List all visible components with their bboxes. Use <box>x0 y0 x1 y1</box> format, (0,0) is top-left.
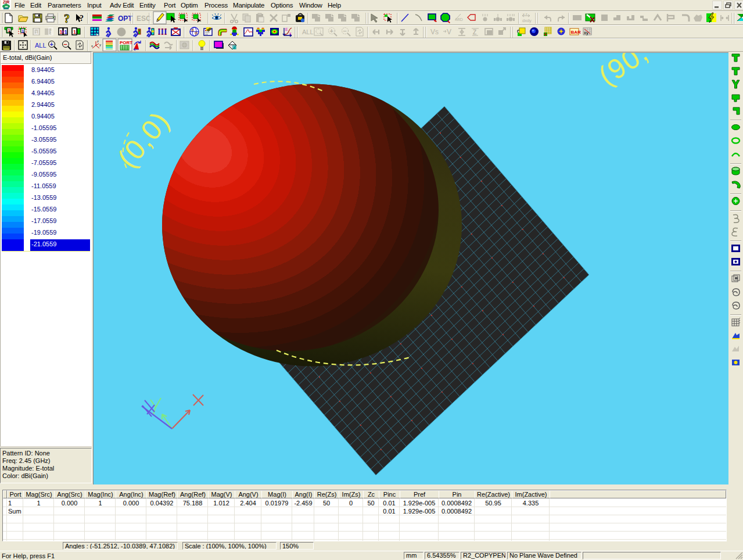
svg-text:xy: xy <box>584 30 588 35</box>
svg-text:ALL: ALL <box>35 42 46 49</box>
svg-text:–: – <box>64 41 67 48</box>
svg-text:E: E <box>285 27 288 31</box>
svg-text:y: y <box>99 43 101 46</box>
svg-text:?: ? <box>64 12 70 25</box>
svg-text:ALL: ALL <box>302 28 314 35</box>
svg-text:BAR: BAR <box>571 30 582 35</box>
svg-text:dxdy: dxdy <box>522 18 532 23</box>
svg-text:+: + <box>62 29 64 35</box>
svg-text:–: – <box>343 27 347 34</box>
svg-text:x: x <box>91 44 93 48</box>
svg-text:1: 1 <box>35 30 38 35</box>
svg-text:V: V <box>447 28 451 36</box>
svg-text:MID: MID <box>455 17 463 21</box>
svg-text:z: z <box>97 40 99 43</box>
svg-text:Z: Z <box>473 29 476 35</box>
svg-text:Vs: Vs <box>430 28 439 36</box>
svg-text:ZIR: ZIR <box>3 0 9 4</box>
svg-text:1: 1 <box>73 29 76 35</box>
svg-text:ESC: ESC <box>137 15 151 23</box>
svg-text:x: x <box>289 31 292 35</box>
svg-text:x z: x z <box>523 12 527 16</box>
svg-text:+: + <box>330 27 333 34</box>
svg-text:1: 1 <box>50 30 53 35</box>
svg-text:?: ? <box>80 14 84 23</box>
svg-text:+: + <box>50 41 53 48</box>
svg-text:PORT: PORT <box>120 40 132 45</box>
